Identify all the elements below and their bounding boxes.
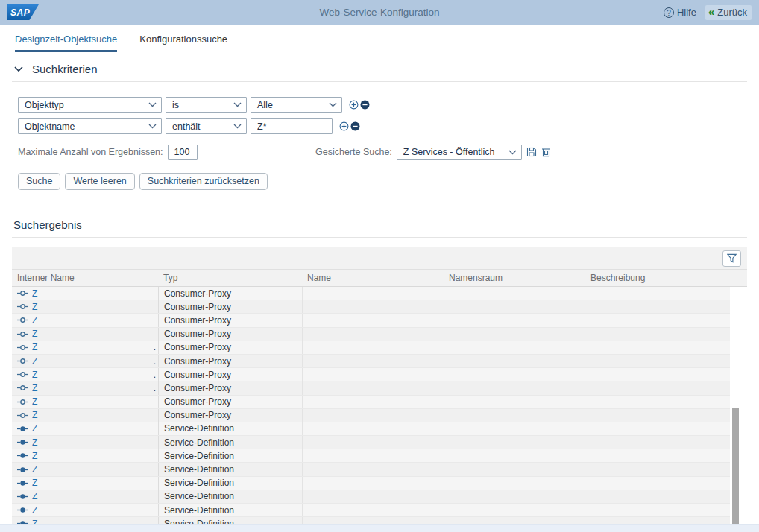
- saved-search-select[interactable]: Z Services - Öffentlich: [397, 145, 522, 160]
- add-criteria-row-icon[interactable]: [349, 100, 359, 110]
- table-row[interactable]: Z Consumer-Proxy: [12, 314, 730, 327]
- field-select-2[interactable]: Objektname: [18, 118, 162, 134]
- table-row[interactable]: Z . Consumer-Proxy: [12, 381, 730, 395]
- table-row[interactable]: Z Consumer-Proxy: [12, 328, 730, 341]
- cell-name: [302, 490, 444, 503]
- column-header-namensraum[interactable]: Namensraum: [444, 273, 585, 283]
- object-link[interactable]: Z: [32, 464, 37, 475]
- object-link[interactable]: Z: [32, 302, 37, 312]
- remove-criteria-row-icon[interactable]: [360, 100, 370, 110]
- object-link[interactable]: Z: [32, 342, 37, 352]
- column-header-interner-name[interactable]: Interner Name: [12, 273, 158, 283]
- cell-name: [302, 436, 444, 449]
- search-button[interactable]: Suche: [18, 173, 60, 190]
- cell-name: [302, 341, 444, 354]
- cell-interner-name: Z: [12, 422, 158, 435]
- collapse-chevron-icon[interactable]: [13, 66, 24, 72]
- value-input-2-box: [251, 118, 333, 134]
- web-service-configuration-page: SAP Web-Service-Konfiguration ? Hilfe « …: [0, 0, 759, 532]
- cell-name: [302, 368, 444, 381]
- tab-konfigurationssuche[interactable]: Konfigurationssuche: [139, 34, 227, 52]
- reset-criteria-button[interactable]: Suchkriterien zurücksetzen: [139, 173, 268, 190]
- cell-namensraum: [444, 490, 585, 503]
- cell-name: [302, 396, 444, 408]
- cell-namensraum: [444, 300, 585, 313]
- field-select-2-value: Objektname: [25, 121, 75, 132]
- table-row[interactable]: Z Consumer-Proxy: [12, 300, 730, 314]
- cell-interner-name: Z: [12, 396, 158, 408]
- object-link[interactable]: Z: [32, 396, 37, 407]
- cell-name: [302, 287, 444, 300]
- table-row[interactable]: Z Service-Definition: [12, 477, 730, 490]
- tab-designzeit-objektsuche[interactable]: Designzeit-Objektsuche: [15, 34, 117, 52]
- table-row[interactable]: Z Consumer-Proxy: [12, 287, 730, 300]
- help-button[interactable]: ? Hilfe: [664, 7, 696, 18]
- service-definition-icon: [17, 466, 28, 473]
- object-link[interactable]: Z: [32, 315, 37, 326]
- remove-criteria-row-icon[interactable]: [350, 121, 360, 131]
- max-results-input[interactable]: [174, 147, 191, 157]
- object-link[interactable]: Z: [32, 423, 37, 434]
- cell-name: [302, 409, 444, 422]
- cell-beschreibung: [585, 314, 730, 326]
- cell-typ: Service-Definition: [158, 436, 302, 449]
- value-input-2[interactable]: [257, 121, 326, 132]
- object-link[interactable]: Z: [32, 356, 37, 367]
- service-definition-icon: [17, 493, 28, 500]
- table-row[interactable]: Z Service-Definition: [12, 422, 730, 436]
- cell-typ: Service-Definition: [158, 504, 302, 516]
- delete-search-icon[interactable]: [541, 147, 551, 157]
- table-row[interactable]: Z Service-Definition: [12, 504, 730, 517]
- consumer-proxy-icon: [17, 303, 28, 310]
- vertical-scrollbar[interactable]: [732, 287, 739, 532]
- table-row[interactable]: Z Service-Definition: [12, 463, 730, 476]
- save-search-icon[interactable]: [526, 147, 537, 157]
- back-button[interactable]: « Zurück: [705, 5, 752, 20]
- object-link[interactable]: Z: [32, 437, 37, 448]
- cell-beschreibung: [585, 504, 730, 516]
- table-row[interactable]: Z . Consumer-Proxy: [12, 341, 730, 355]
- tab-bar: Designzeit-Objektsuche Konfigurationssuc…: [0, 25, 759, 52]
- table-row[interactable]: Z Consumer-Proxy: [12, 396, 730, 409]
- object-link[interactable]: Z: [32, 410, 37, 420]
- filter-button[interactable]: [722, 250, 741, 267]
- column-header-typ[interactable]: Typ: [158, 273, 302, 283]
- add-criteria-row-icon[interactable]: [339, 121, 349, 131]
- object-link[interactable]: Z: [32, 288, 37, 299]
- cell-interner-name: Z: [12, 504, 158, 516]
- table-row[interactable]: Z Service-Definition: [12, 436, 730, 449]
- clear-values-button[interactable]: Werte leeren: [65, 173, 134, 190]
- cell-interner-name: Z: [12, 449, 158, 462]
- operator-select-1[interactable]: is: [166, 97, 247, 113]
- object-link[interactable]: Z: [32, 491, 37, 501]
- cell-name: [302, 463, 444, 475]
- cell-interner-name: Z .: [12, 341, 158, 354]
- table-row[interactable]: Z Consumer-Proxy: [12, 409, 730, 422]
- consumer-proxy-icon: [17, 412, 28, 419]
- cell-name: [302, 449, 444, 462]
- page-title: Web-Service-Konfiguration: [0, 7, 759, 18]
- scrollbar-thumb[interactable]: [732, 408, 739, 532]
- object-link[interactable]: Z: [32, 505, 37, 516]
- operator-select-2[interactable]: enthält: [166, 118, 247, 134]
- object-link[interactable]: Z: [32, 383, 37, 393]
- footer-bar: [0, 524, 759, 532]
- table-row[interactable]: Z Service-Definition: [12, 490, 730, 504]
- object-link[interactable]: Z: [32, 370, 37, 380]
- object-link[interactable]: Z: [32, 478, 37, 488]
- table-row[interactable]: Z . Consumer-Proxy: [12, 368, 730, 381]
- table-row[interactable]: Z . Consumer-Proxy: [12, 355, 730, 368]
- field-select-1[interactable]: Objekttyp: [18, 97, 162, 113]
- cell-typ: Consumer-Proxy: [158, 409, 302, 422]
- cell-interner-name: Z: [12, 436, 158, 449]
- consumer-proxy-icon: [17, 317, 28, 323]
- object-link[interactable]: Z: [32, 451, 37, 461]
- column-header-beschreibung[interactable]: Beschreibung: [585, 273, 747, 283]
- top-bar: SAP Web-Service-Konfiguration ? Hilfe « …: [0, 0, 759, 25]
- cell-namensraum: [444, 314, 585, 326]
- column-header-name[interactable]: Name: [302, 273, 444, 283]
- cell-typ: Consumer-Proxy: [158, 300, 302, 313]
- table-row[interactable]: Z Service-Definition: [12, 449, 730, 463]
- object-link[interactable]: Z: [32, 329, 37, 339]
- value-select-1[interactable]: Alle: [251, 97, 342, 113]
